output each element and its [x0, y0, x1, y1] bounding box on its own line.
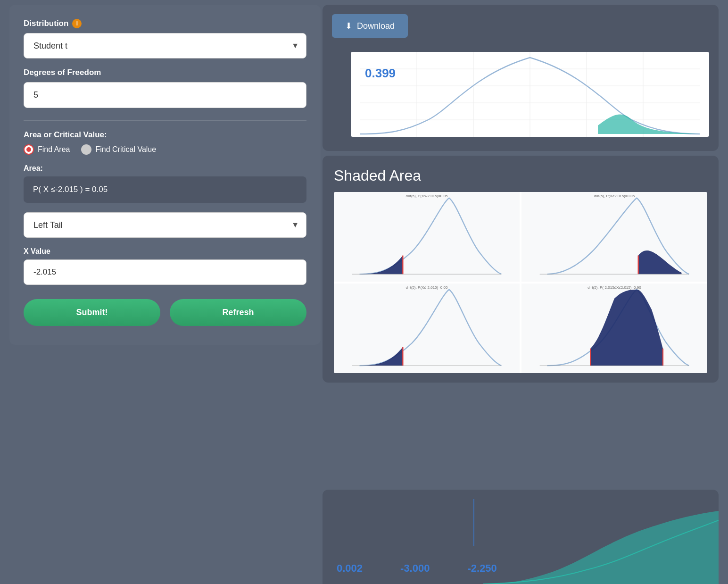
bell-curve-1 — [334, 192, 520, 282]
shaded-cell-1: d=t(5), P(X≤-2.015)=0.05 — [334, 192, 520, 282]
bell-curve-4 — [521, 284, 707, 373]
distribution-select[interactable]: Student t Normal Chi-Square F — [24, 33, 306, 58]
top-chart-svg — [351, 52, 709, 137]
tail-select[interactable]: Left Tail Right Tail Two Tail Middle — [24, 212, 306, 238]
tick-line — [473, 499, 474, 546]
area-display: P( X ≤-2.015 ) = 0.05 — [24, 176, 306, 203]
graph-value-3: -2.250 — [467, 562, 496, 575]
chart-value: 0.399 — [365, 66, 396, 81]
shaded-cell-3: d=t(5), P(X≤-2.015)=0.05 — [334, 284, 520, 373]
find-critical-radio[interactable] — [81, 144, 91, 155]
find-critical-option[interactable]: Find Critical Value — [81, 144, 156, 155]
cell-label-4: d=t(5), P(-2.015≤X≤2.015)=0.90 — [587, 285, 641, 290]
bell-curve-2 — [521, 192, 707, 282]
button-row: Submit! Refresh — [24, 299, 306, 326]
download-button[interactable]: ⬇ Download — [332, 14, 408, 38]
dof-input[interactable] — [24, 82, 306, 108]
x-value-input[interactable] — [24, 259, 306, 285]
find-area-label: Find Area — [38, 145, 70, 154]
x-value-label: X Value — [24, 247, 306, 256]
graph-value-2: -3.000 — [400, 562, 430, 575]
submit-button[interactable]: Submit! — [24, 299, 160, 326]
find-area-radio[interactable] — [24, 144, 34, 155]
distribution-select-wrapper: Student t Normal Chi-Square F ▼ — [24, 33, 306, 58]
graph-value-1: 0.002 — [337, 562, 363, 575]
find-critical-label: Find Critical Value — [95, 145, 156, 154]
right-bottom-panel: 0.002 -3.000 -2.250 — [323, 490, 719, 584]
info-icon[interactable]: i — [72, 19, 82, 28]
left-panel: Distribution i Student t Normal Chi-Squa… — [9, 5, 321, 345]
dof-label: Degrees of Freedom — [24, 68, 306, 77]
find-area-option[interactable]: Find Area — [24, 144, 70, 155]
download-icon: ⬇ — [345, 21, 352, 31]
download-label: Download — [357, 21, 395, 31]
shaded-cell-2: d=t(5), P(X≥2.015)=0.05 — [521, 192, 707, 282]
right-top-panel: ⬇ Download 0.399 — [323, 5, 719, 151]
divider-1 — [24, 120, 306, 121]
area-field-label: Area: — [24, 164, 306, 173]
distribution-text: Distribution — [24, 19, 68, 28]
shaded-cell-4: d=t(5), P(-2.015≤X≤2.015)=0.90 — [521, 284, 707, 373]
tail-select-wrapper: Left Tail Right Tail Two Tail Middle ▼ — [24, 212, 306, 238]
radio-group: Find Area Find Critical Value — [24, 144, 306, 155]
cell-label-2: d=t(5), P(X≥2.015)=0.05 — [594, 194, 635, 198]
bottom-teal-curve-svg — [483, 509, 719, 584]
shaded-area-title: Shaded Area — [334, 167, 707, 184]
shaded-area-panel: Shaded Area d=t(5), P(X≤-2.015)=0.05 d=t… — [323, 156, 719, 383]
cell-label-1: d=t(5), P(X≤-2.015)=0.05 — [406, 194, 448, 198]
cell-label-3: d=t(5), P(X≤-2.015)=0.05 — [406, 285, 448, 290]
area-critical-text: Area or Critical Value: — [24, 130, 107, 140]
dof-text: Degrees of Freedom — [24, 68, 101, 77]
area-critical-label: Area or Critical Value: — [24, 130, 306, 140]
distribution-label: Distribution i — [24, 19, 306, 28]
refresh-button[interactable]: Refresh — [170, 299, 306, 326]
shaded-grid: d=t(5), P(X≤-2.015)=0.05 d=t(5), P(X≥2.0… — [334, 192, 707, 373]
bell-curve-3 — [334, 284, 520, 373]
